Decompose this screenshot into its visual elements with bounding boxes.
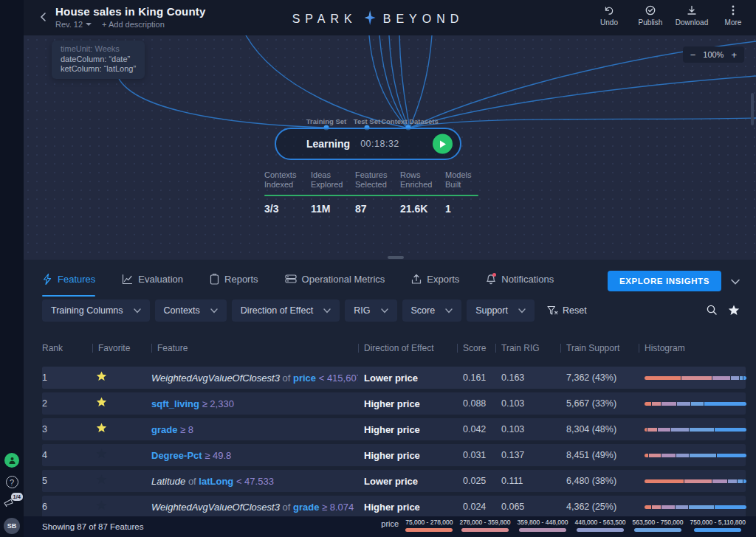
filter-contexts[interactable]: Contexts — [155, 299, 227, 322]
filter-training-columns[interactable]: Training Columns — [42, 299, 150, 322]
column-header[interactable]: Rank — [42, 343, 92, 353]
feature-part: ≥ 2,330 — [199, 398, 234, 409]
tab-exports[interactable]: Exports — [411, 267, 459, 294]
column-header[interactable]: Train Support — [560, 343, 639, 353]
train-support-cell: 8,304 (48%) — [560, 424, 639, 434]
tab-notifications[interactable]: Notifications — [486, 267, 554, 294]
header-actions: UndoPublishDownloadMore — [592, 4, 750, 27]
search-icon[interactable] — [706, 304, 718, 319]
histogram-segment — [645, 376, 681, 380]
column-header[interactable]: Feature — [151, 343, 358, 353]
user-avatar[interactable]: SB — [4, 518, 20, 534]
histogram-segment — [681, 376, 712, 380]
feature-cell[interactable]: Degree-Pct ≥ 49.8 — [151, 450, 358, 461]
favorite-star-icon[interactable] — [92, 371, 151, 384]
help-icon[interactable]: ? — [6, 476, 18, 488]
feature-cell[interactable]: Latitude of latLong < 47.533 — [151, 476, 358, 487]
histogram-segment — [676, 505, 688, 509]
favorite-star-icon[interactable] — [92, 423, 151, 436]
feature-cell[interactable]: sqft_living ≥ 2,330 — [151, 398, 358, 409]
revision-selector[interactable]: Rev. 12 — [55, 20, 92, 29]
score-cell: 0.031 — [457, 450, 495, 460]
tab-label: Reports — [224, 274, 258, 285]
feature-cell[interactable]: grade ≥ 8 — [151, 424, 358, 435]
more-button[interactable]: More — [716, 4, 750, 27]
train-rig-cell: 0.103 — [495, 424, 560, 434]
legend-range-label: 448,000 - 563,500 — [575, 519, 626, 526]
pipeline-canvas[interactable]: timeUnit: WeeksdateColumn: “date”ketColu… — [24, 35, 756, 260]
play-button[interactable] — [433, 134, 453, 154]
download-button[interactable]: Download — [675, 4, 709, 27]
favorite-star-icon[interactable] — [92, 500, 151, 513]
onboarding-progress-icon[interactable]: 1/4 — [4, 496, 20, 510]
table-row[interactable]: 3 grade ≥ 8 Higher price 0.042 0.103 8,3… — [42, 418, 746, 440]
tab-features[interactable]: Features — [42, 267, 95, 294]
histogram-segment — [715, 505, 746, 509]
back-button[interactable] — [37, 10, 50, 24]
tab-operational-metrics[interactable]: Operational Metrics — [285, 267, 385, 294]
learning-status-pill: Learning 00:18:32 — [275, 128, 461, 160]
explore-insights-button[interactable]: EXPLORE INSIGHTS — [608, 271, 721, 291]
undo-button[interactable]: Undo — [592, 4, 626, 27]
publish-button[interactable]: Publish — [633, 4, 667, 27]
histogram-segment — [715, 428, 746, 432]
favorite-star-icon[interactable] — [92, 448, 151, 462]
add-description-link[interactable]: + Add description — [102, 20, 165, 29]
feature-part: WeightedAvgValueOfClosest3 — [151, 373, 280, 384]
tooltip-line: ketColumn: “latLong” — [61, 64, 136, 75]
direction-cell: Lower price — [358, 476, 457, 487]
zoom-out-button[interactable]: − — [690, 50, 696, 60]
favorite-star-icon[interactable] — [92, 397, 151, 410]
tab-reports[interactable]: Reports — [210, 267, 258, 294]
histogram-segment — [731, 376, 739, 380]
feature-cell[interactable]: WeightedAvgValueOfClosest3 of grade ≥ 8.… — [151, 502, 358, 513]
histogram-cell — [639, 505, 749, 509]
table-row[interactable]: 4 Degree-Pct ≥ 49.8 Higher price 0.031 0… — [42, 444, 746, 466]
column-header[interactable]: Direction of Effect — [358, 343, 457, 353]
direction-cell: Higher price — [358, 398, 457, 409]
filter-support[interactable]: Support — [467, 299, 535, 322]
table-row[interactable]: 1 WeightedAvgValueOfClosest3 of price < … — [42, 367, 746, 389]
column-header[interactable]: Favorite — [92, 343, 151, 353]
feature-part: grade — [293, 502, 319, 513]
favorite-star-icon[interactable] — [92, 474, 151, 488]
legend-range-label: 75,000 - 278,000 — [405, 519, 453, 526]
reset-label: Reset — [563, 305, 587, 316]
app-window: House sales in King County Rev. 12 + Add… — [0, 0, 756, 537]
histogram-segment — [677, 402, 690, 406]
filter-label: Score — [411, 305, 436, 316]
column-header[interactable]: Histogram — [639, 343, 746, 353]
column-header[interactable]: Train RIG — [495, 343, 560, 353]
stats-divider — [264, 195, 478, 196]
table-row[interactable]: 5 Latitude of latLong < 47.533 Lower pri… — [42, 470, 746, 492]
rank-cell: 1 — [42, 373, 92, 383]
column-header[interactable]: Score — [457, 343, 495, 353]
filter-direction-of-effect[interactable]: Direction of Effect — [232, 299, 340, 322]
chevron-down-icon[interactable] — [731, 274, 740, 288]
filter-rig[interactable]: RIG — [345, 299, 396, 322]
tab-label: Notifications — [501, 274, 554, 285]
score-cell: 0.024 — [457, 502, 495, 512]
feature-part: Latitude — [151, 476, 185, 487]
feature-cell[interactable]: WeightedAvgValueOfClosest3 of price < 41… — [151, 373, 358, 384]
panel-resize-handle[interactable] — [388, 256, 404, 259]
histogram-segment — [712, 376, 730, 380]
features-panel: FeaturesEvaluationReportsOperational Met… — [24, 260, 756, 516]
stat-label: FeaturesSelected — [355, 170, 400, 190]
brand-logo: SPARK BEYOND — [292, 10, 464, 28]
table-row[interactable]: 6 WeightedAvgValueOfClosest3 of grade ≥ … — [42, 496, 746, 516]
canvas-scrollbar[interactable] — [751, 93, 754, 125]
chart-icon — [122, 274, 133, 285]
direction-cell: Lower price — [358, 373, 457, 384]
learning-label: Learning — [306, 138, 350, 150]
zoom-in-button[interactable]: + — [731, 50, 737, 60]
filter-score[interactable]: Score — [402, 299, 462, 322]
support-chat-icon[interactable] — [4, 453, 19, 468]
tour-progress-badge: 1/4 — [11, 493, 23, 501]
table-row[interactable]: 2 sqft_living ≥ 2,330 Higher price 0.088… — [42, 392, 746, 415]
more-icon — [727, 4, 739, 16]
tab-evaluation[interactable]: Evaluation — [122, 267, 183, 294]
node-label: Context Datasets — [381, 117, 439, 125]
favorites-filter-star-icon[interactable] — [728, 305, 740, 319]
reset-filters-button[interactable]: Reset — [547, 305, 587, 316]
